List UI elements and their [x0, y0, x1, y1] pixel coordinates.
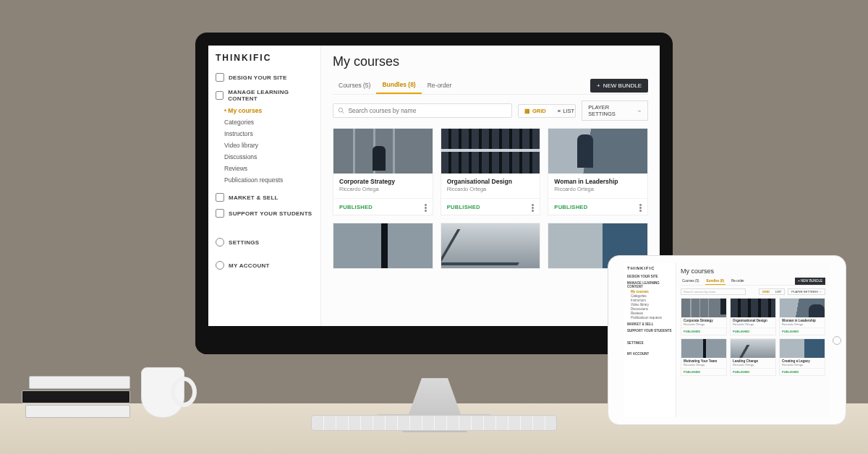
tab-courses[interactable]: Courses (5): [333, 77, 376, 93]
sidebar-item-video-library[interactable]: Video library: [224, 140, 313, 151]
sidebar-item-reviews[interactable]: Reviews: [631, 312, 673, 315]
book-stack: [22, 374, 130, 418]
nav-section-market[interactable]: MARKET & SELL: [627, 322, 673, 326]
search-icon: [338, 107, 344, 114]
plus-icon: +: [597, 82, 600, 89]
nav-section-account[interactable]: MY ACCOUNT: [627, 352, 673, 356]
gear-icon: [216, 238, 224, 247]
course-author: Riccardo Ortega: [733, 363, 773, 367]
course-author: Riccardo Ortega: [782, 363, 822, 367]
course-thumbnail: [548, 129, 647, 174]
layout-icon: [216, 73, 224, 82]
tab-bundles[interactable]: Bundles (8): [705, 278, 726, 285]
search-field[interactable]: [333, 103, 512, 118]
grid-icon: ▦: [524, 108, 530, 114]
dots-vertical-icon: [425, 207, 427, 209]
tab-reorder[interactable]: Re-order: [422, 77, 458, 93]
list-view-button[interactable]: LIST: [773, 289, 784, 294]
page-title: My courses: [681, 267, 825, 275]
tablet-main: My courses Courses (5) Bundles (8) Re-or…: [676, 263, 830, 417]
status-badge: PUBLISHED: [780, 327, 825, 335]
svg-point-0: [339, 108, 342, 111]
page-title: My courses: [333, 54, 648, 69]
status-badge: PUBLISHED: [339, 204, 373, 210]
course-card[interactable]: Woman in Leadership Riccardo Ortega PUBL…: [548, 128, 648, 215]
status-badge: PUBLISHED: [681, 368, 726, 375]
status-badge: PUBLISHED: [447, 204, 480, 210]
more-options-button[interactable]: [425, 203, 427, 210]
sidebar-item-video-library[interactable]: Video library: [631, 303, 673, 307]
more-options-button[interactable]: [532, 203, 534, 210]
users-icon: [216, 209, 224, 218]
sidebar-item-publication-requests[interactable]: Publicatioon requests: [631, 316, 673, 320]
course-card[interactable]: [333, 223, 433, 269]
course-thumbnail: [681, 299, 726, 317]
nav-section-design[interactable]: DESIGN YOUR SITE: [627, 275, 673, 278]
sidebar-item-instructors[interactable]: Instructors: [631, 299, 673, 302]
pencil-icon: [216, 91, 224, 100]
search-field[interactable]: Search courses by name: [681, 288, 746, 295]
sidebar-item-publication-requests[interactable]: Publicatioon requests: [224, 174, 313, 186]
sidebar-item-instructors[interactable]: Instructors: [224, 128, 313, 140]
sidebar-item-categories[interactable]: Categories: [224, 116, 313, 128]
nav-section-design[interactable]: DESIGN YOUR SITE: [216, 73, 313, 82]
course-title: Corporate Strategy: [339, 178, 427, 185]
course-card[interactable]: Corporate Strategy Riccardo Ortega PUBLI…: [681, 298, 727, 335]
course-author: Riccardo Ortega: [782, 322, 822, 326]
sidebar-item-reviews[interactable]: Reviews: [224, 163, 313, 174]
brand-logo: THINKIFIC: [627, 266, 673, 270]
sidebar-item-discussions[interactable]: Discussions: [631, 307, 673, 311]
new-bundle-button[interactable]: + NEW BUNDLE: [590, 79, 648, 93]
more-options-button[interactable]: [639, 203, 642, 210]
new-bundle-button[interactable]: + NEW BUNDLE: [795, 278, 825, 285]
course-thumbnail: [441, 129, 540, 174]
status-badge: PUBLISHED: [731, 327, 775, 335]
course-thumbnail: [731, 339, 775, 358]
nav-section-support[interactable]: SUPPORT YOUR STUDENTS: [216, 209, 313, 218]
course-author: Riccardo Ortega: [339, 186, 427, 192]
course-card[interactable]: Creating a Legacy Riccardo Ortega PUBLIS…: [779, 338, 825, 376]
course-title: Woman in Leadership: [554, 178, 642, 185]
dots-vertical-icon: [532, 207, 534, 209]
chart-icon: [216, 193, 224, 202]
course-thumbnail: [441, 223, 540, 268]
course-card[interactable]: Corporate Strategy Riccardo Ortega PUBLI…: [333, 128, 433, 215]
course-card[interactable]: Woman in Leadership Riccardo Ortega PUBL…: [779, 298, 825, 335]
course-card[interactable]: [441, 223, 541, 269]
tablet-sidebar: THINKIFIC DESIGN YOUR SITE MANAGE LEARNI…: [624, 263, 676, 417]
list-view-button[interactable]: ≡LIST: [552, 105, 576, 117]
nav-section-settings[interactable]: SETTINGS: [216, 238, 313, 247]
course-thumbnail: [780, 299, 825, 317]
sidebar-item-my-courses[interactable]: My courses: [224, 105, 313, 116]
tab-reorder[interactable]: Re-order: [730, 278, 746, 285]
monitor-frame: THINKIFIC DESIGN YOUR SITE MANAGE LEARNI…: [195, 33, 673, 354]
player-settings-button[interactable]: PLAYER SETTINGS →: [582, 100, 648, 121]
tablet-frame: THINKIFIC DESIGN YOUR SITE MANAGE LEARNI…: [608, 255, 846, 425]
search-input[interactable]: [348, 107, 507, 114]
grid-view-button[interactable]: GRID: [760, 289, 773, 294]
nav-section-account[interactable]: MY ACCOUNT: [216, 261, 313, 270]
tab-bundles[interactable]: Bundles (8): [376, 77, 421, 94]
course-card[interactable]: Leading Change Riccardo Ortega PUBLISHED: [730, 338, 776, 376]
grid-view-button[interactable]: ▦GRID: [519, 105, 552, 117]
sidebar-item-my-courses[interactable]: My courses: [631, 290, 673, 294]
course-card[interactable]: Motivating Your Team Riccardo Ortega PUB…: [681, 338, 727, 376]
course-grid: Corporate Strategy Riccardo Ortega PUBLI…: [333, 128, 648, 269]
course-author: Riccardo Ortega: [554, 186, 642, 192]
tab-courses[interactable]: Courses (5): [681, 278, 701, 285]
nav-section-support[interactable]: SUPPORT YOUR STUDENTS: [627, 329, 673, 333]
status-badge: PUBLISHED: [554, 204, 587, 210]
player-settings-button[interactable]: PLAYER SETTINGS →: [788, 288, 825, 295]
sidebar-item-discussions[interactable]: Discussions: [224, 151, 313, 163]
brand-logo: THINKIFIC: [216, 53, 313, 63]
sidebar-item-categories[interactable]: Categories: [631, 294, 673, 298]
nav-section-market[interactable]: MARKET & SELL: [216, 193, 313, 202]
status-badge: PUBLISHED: [780, 368, 825, 375]
nav-section-manage[interactable]: MANAGE LEARNING CONTENT: [627, 281, 673, 288]
course-card[interactable]: Organisational Design Riccardo Ortega PU…: [441, 128, 541, 215]
course-thumbnail: [333, 129, 433, 174]
nav-section-manage[interactable]: MANAGE LEARNING CONTENT: [216, 89, 313, 102]
course-card[interactable]: Organisational Design Riccardo Ortega PU…: [730, 298, 776, 335]
status-badge: PUBLISHED: [681, 327, 726, 335]
nav-section-settings[interactable]: SETTINGS: [627, 341, 673, 345]
